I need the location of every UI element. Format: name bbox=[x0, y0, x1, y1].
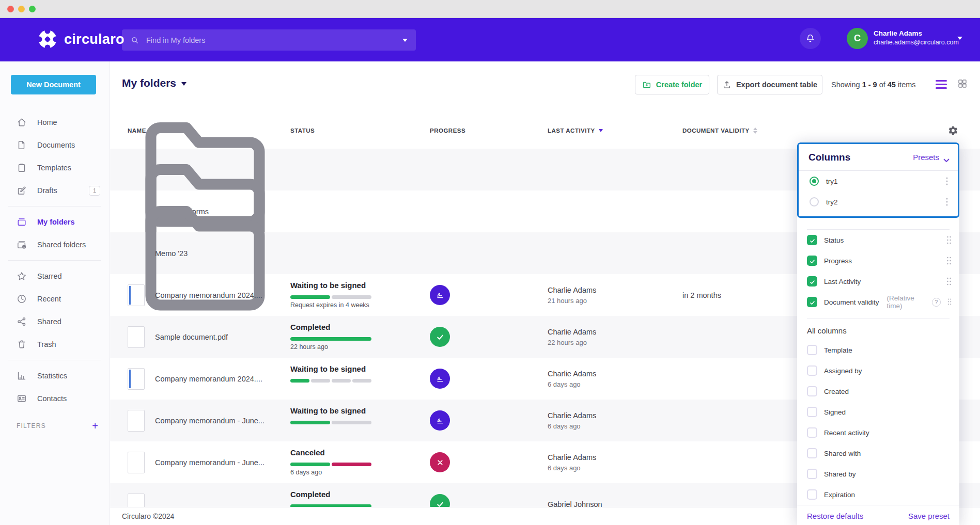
checkbox-unchecked-icon[interactable] bbox=[807, 365, 817, 376]
help-icon[interactable]: ? bbox=[932, 298, 941, 307]
column-header-last-activity[interactable]: LAST ACTIVITY bbox=[548, 124, 603, 137]
column-toggle-status[interactable]: Status bbox=[797, 230, 959, 250]
zoom-window-button[interactable] bbox=[29, 6, 36, 12]
drag-handle-icon[interactable] bbox=[947, 298, 952, 306]
column-header-status[interactable]: STATUS bbox=[290, 124, 315, 137]
folder-scope-caret-icon[interactable] bbox=[181, 82, 186, 88]
create-folder-button[interactable]: Create folder bbox=[635, 75, 709, 94]
grid-view-toggle[interactable] bbox=[957, 78, 968, 89]
column-toggle-shared-with[interactable]: Shared with bbox=[797, 443, 959, 464]
checkbox-unchecked-icon[interactable] bbox=[807, 407, 817, 417]
search-scope-caret-icon[interactable] bbox=[402, 39, 408, 44]
trash-icon bbox=[17, 339, 27, 349]
user-avatar[interactable]: C bbox=[847, 28, 868, 49]
last-activity-cell: Charlie Adams22 hours ago bbox=[548, 328, 596, 346]
document-name: Memo '23 bbox=[155, 249, 188, 258]
checkbox-unchecked-icon[interactable] bbox=[807, 448, 817, 458]
column-toggle-signed[interactable]: Signed bbox=[797, 402, 959, 422]
column-toggle-shared-by[interactable]: Shared by bbox=[797, 464, 959, 484]
sidebar-item-my-folders[interactable]: My folders bbox=[0, 211, 110, 233]
sidebar-item-home[interactable]: Home bbox=[0, 111, 110, 134]
column-header-label: PROGRESS bbox=[430, 128, 465, 134]
user-menu-caret-icon[interactable] bbox=[957, 37, 962, 42]
checkbox-checked-icon[interactable] bbox=[807, 297, 817, 307]
restore-defaults-link[interactable]: Restore defaults bbox=[807, 512, 863, 520]
column-toggle-progress[interactable]: Progress bbox=[797, 250, 959, 271]
signature-status-icon bbox=[430, 285, 450, 305]
checkbox-unchecked-icon[interactable] bbox=[807, 469, 817, 479]
checkbox-unchecked-icon[interactable] bbox=[807, 386, 817, 396]
close-window-button[interactable] bbox=[7, 6, 14, 12]
document-name: Company memorandum 2024.... bbox=[155, 375, 262, 383]
table-settings-gear-icon[interactable] bbox=[948, 125, 958, 136]
sidebar-item-trash[interactable]: Trash bbox=[0, 333, 110, 356]
sidebar-item-starred[interactable]: Starred bbox=[0, 265, 110, 288]
activity-user: Charlie Adams bbox=[548, 328, 596, 336]
sidebar-item-shared-folders[interactable]: Shared folders bbox=[0, 233, 110, 256]
sidebar-item-drafts[interactable]: Drafts1 bbox=[0, 179, 110, 202]
column-toggle-label: Signed bbox=[824, 408, 846, 416]
column-toggle-assigned-by[interactable]: Assigned by bbox=[797, 360, 959, 381]
column-toggle-document-validity[interactable]: Document validity(Relative time)? bbox=[797, 292, 959, 312]
radio-selected-icon[interactable] bbox=[810, 177, 819, 186]
sort-icon[interactable] bbox=[753, 128, 757, 134]
save-preset-link[interactable]: Save preset bbox=[908, 512, 950, 520]
signature-status-icon bbox=[430, 369, 450, 389]
brand[interactable]: circularo bbox=[37, 29, 125, 50]
radio-unselected-icon[interactable] bbox=[810, 197, 819, 206]
column-toggle-label: Template bbox=[824, 346, 852, 354]
notifications-button[interactable] bbox=[800, 28, 821, 49]
sidebar-item-contacts[interactable]: Contacts bbox=[0, 387, 110, 410]
sidebar-item-statistics[interactable]: Statistics bbox=[0, 364, 110, 387]
column-toggle-expiration[interactable]: Expiration bbox=[797, 484, 959, 505]
signature-status-icon bbox=[430, 410, 450, 431]
minimize-window-button[interactable] bbox=[18, 6, 25, 12]
sort-desc-icon[interactable] bbox=[599, 129, 603, 134]
checkbox-checked-icon[interactable] bbox=[807, 235, 817, 245]
column-toggle-last-activity[interactable]: Last Activity bbox=[797, 271, 959, 292]
sidebar-item-label: Home bbox=[37, 118, 57, 126]
kebab-menu-icon[interactable] bbox=[943, 198, 951, 206]
export-document-table-button[interactable]: Export document table bbox=[717, 75, 822, 94]
activity-time: 6 days ago bbox=[548, 380, 596, 388]
list-view-toggle[interactable] bbox=[936, 80, 947, 89]
add-filter-button[interactable]: + bbox=[92, 421, 98, 431]
column-toggle-template[interactable]: Template bbox=[797, 340, 959, 360]
sidebar-item-recent[interactable]: Recent bbox=[0, 288, 110, 310]
status-label: Waiting to be signed bbox=[290, 364, 366, 373]
status-subtext: Request expires in 4 weeks bbox=[290, 301, 369, 309]
drag-handle-icon[interactable] bbox=[946, 277, 952, 285]
checkbox-unchecked-icon[interactable] bbox=[807, 427, 817, 438]
drag-handle-icon[interactable] bbox=[946, 257, 952, 265]
global-search-input[interactable]: Find in My folders bbox=[122, 29, 416, 51]
drag-handle-icon[interactable] bbox=[946, 236, 952, 244]
sidebar-divider bbox=[8, 206, 101, 206]
column-toggle-created[interactable]: Created bbox=[797, 381, 959, 402]
column-toggle-recent-activity[interactable]: Recent activity bbox=[797, 422, 959, 443]
progress-segment-gray bbox=[311, 379, 330, 383]
sidebar-item-shared[interactable]: Shared bbox=[0, 310, 110, 333]
cancel-status-icon bbox=[430, 452, 450, 472]
signature-icon bbox=[435, 290, 445, 300]
sidebar-item-templates[interactable]: Templates bbox=[0, 156, 110, 179]
shared-folder-icon bbox=[17, 240, 27, 250]
user-menu[interactable]: Charlie Adams charlie.adams@circularo.co… bbox=[874, 29, 959, 46]
column-header-progress[interactable]: PROGRESS bbox=[430, 124, 465, 137]
progress-segment-gray bbox=[332, 421, 371, 424]
filters-label: FILTERS bbox=[17, 422, 46, 429]
sidebar-item-documents[interactable]: Documents bbox=[0, 134, 110, 156]
preset-option-try2[interactable]: try2 bbox=[799, 192, 958, 212]
checkbox-checked-icon[interactable] bbox=[807, 256, 817, 266]
column-toggle-label: Last Activity bbox=[824, 278, 861, 285]
checkbox-unchecked-icon[interactable] bbox=[807, 345, 817, 355]
kebab-menu-icon[interactable] bbox=[943, 177, 951, 185]
status-label: Waiting to be signed bbox=[290, 406, 366, 415]
column-header-label: DOCUMENT VALIDITY bbox=[682, 128, 750, 134]
checkbox-unchecked-icon[interactable] bbox=[807, 489, 817, 500]
last-activity-cell: Charlie Adams21 hours ago bbox=[548, 286, 596, 305]
presets-dropdown[interactable]: Presets bbox=[913, 153, 950, 162]
new-document-button[interactable]: New Document bbox=[11, 75, 96, 94]
preset-option-try1[interactable]: try1 bbox=[799, 171, 958, 192]
column-header-document-validity[interactable]: DOCUMENT VALIDITY bbox=[682, 124, 757, 137]
checkbox-checked-icon[interactable] bbox=[807, 276, 817, 287]
